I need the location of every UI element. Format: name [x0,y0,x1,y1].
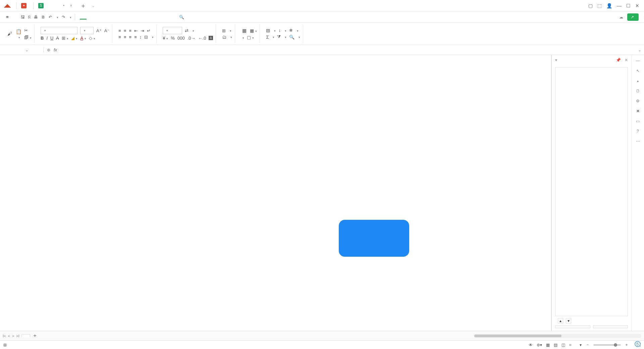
name-box[interactable]: ⌄ [0,48,44,52]
avatar-icon[interactable]: 👤 [606,3,612,8]
sum-icon[interactable]: Σ [266,35,269,40]
sheet-last-icon[interactable]: >I [16,334,19,338]
align-top-icon[interactable]: ≡ [118,28,121,33]
decrease-font-icon[interactable]: A⁻ [104,28,110,33]
highlight-icon[interactable]: ◢ [71,36,77,41]
tab-templates[interactable]: ✦ [16,0,33,11]
tab-home[interactable] [80,15,87,19]
expand-formula-icon[interactable]: ⌄ [635,48,644,52]
collapse-side-icon[interactable]: — [636,58,640,63]
dec-inc-icon[interactable]: .0→ [187,36,196,41]
close-pane-icon[interactable]: ✕ [625,58,628,62]
filter-label[interactable] [283,35,286,39]
undo-dropdown[interactable] [55,15,58,19]
percent-icon[interactable]: % [171,36,175,41]
sort-label[interactable] [283,29,286,33]
cond-format-button[interactable]: ▦ [241,28,247,34]
thousands-icon[interactable]: 000 [177,36,185,41]
bold-icon[interactable]: B [41,36,44,41]
tab-smart-toolbox[interactable] [167,15,174,19]
record-icon[interactable]: ⊞ [3,343,7,347]
strike-icon[interactable]: A̶ [56,36,59,41]
print-icon[interactable]: 🖶 [34,15,38,19]
fill-label[interactable] [273,29,276,33]
style-tool-icon[interactable]: ⬥ [637,79,639,83]
copy-icon[interactable]: 🗐 [24,35,32,40]
find-label[interactable] [297,35,300,39]
font-color-icon[interactable]: A [80,36,86,41]
align-bottom-icon[interactable]: ≡ [129,28,132,33]
hide-all-button[interactable] [593,326,628,328]
cloud-icon[interactable]: ☁ [619,15,623,19]
convert-icon[interactable]: ⇄ [185,28,189,33]
clear-format-icon[interactable]: ◇ [89,36,95,41]
undo-icon[interactable]: ↶ [49,15,52,19]
chevron-down-icon[interactable]: ⌄ [25,48,29,52]
redo-icon[interactable]: ↷ [62,15,65,19]
sheet-first-icon[interactable]: I< [3,334,6,338]
freeze-label[interactable] [296,29,299,33]
formula-bar[interactable]: ⊕ fx [44,47,635,52]
tab-member[interactable] [150,15,156,19]
font-name-select[interactable] [41,27,77,34]
find-icon[interactable]: 🔍 [289,35,294,40]
align-right-icon[interactable]: ≡ [129,35,132,40]
search-icon[interactable]: 🔍 [179,15,184,19]
save-icon[interactable]: 🖫 [21,15,25,19]
rowcol-icon[interactable]: ⊞ [222,28,226,33]
target-icon[interactable]: ⊚▾ [537,343,542,347]
underline-icon[interactable]: U [50,36,53,41]
tab-tools[interactable] [141,15,148,19]
eye-icon[interactable]: 👁 [529,343,533,347]
rowcol-label[interactable] [228,29,231,33]
sheet-tab-1[interactable] [21,334,30,337]
sum-label[interactable] [271,35,274,39]
add-sheet-icon[interactable]: ＋ [32,332,38,339]
settings-tool-icon[interactable]: ✖ [636,109,640,113]
worksheet-icon[interactable]: 🗂 [222,35,226,40]
filter-icon[interactable]: ⧩ [277,34,281,40]
more-tool-icon[interactable]: ⋯ [636,139,640,144]
side-object-list[interactable] [555,67,628,316]
sheet-prev-icon[interactable]: < [8,334,10,338]
normal-view-icon[interactable]: ▦ [546,343,550,347]
indent-dec-icon[interactable]: ⇤ [134,28,138,33]
fill-icon[interactable]: ▨ [266,28,270,33]
show-all-button[interactable] [555,326,590,328]
border-icon[interactable]: ⊞ [62,36,68,41]
select-tool-icon[interactable]: ↖ [636,68,640,73]
convert-label[interactable] [191,29,194,33]
custom-view-icon[interactable]: ◫ [561,343,565,347]
align-left-icon[interactable]: ≡ [118,35,121,40]
increase-font-icon[interactable]: A⁺ [96,28,102,33]
zoom-out-icon[interactable]: － [586,342,590,348]
currency-icon[interactable]: ¥ [163,36,168,41]
number-format-select[interactable] [163,27,182,34]
sheet-next-icon[interactable]: > [12,334,14,338]
merge-label[interactable] [151,35,154,39]
tab-formula[interactable] [106,15,113,19]
justify-icon[interactable]: ≡ [134,35,137,40]
share-button[interactable]: ↗ [627,13,639,21]
doc-tool-icon[interactable]: 🗋 [636,89,640,93]
fx-icon[interactable]: fx [54,47,57,52]
format-painter-button[interactable]: 🖌 [7,31,13,37]
dec-dec-icon[interactable]: ←.0 [198,36,206,41]
down-icon[interactable]: ▾ [566,318,571,323]
tab-efficiency[interactable] [158,15,165,19]
cube-icon[interactable]: ⬚ [597,3,602,8]
link-icon[interactable]: ⎘ [28,15,31,19]
align-middle-icon[interactable]: ≡ [124,28,126,33]
new-tab-button[interactable]: ＋ [77,2,90,10]
help-tool-icon[interactable]: ? [637,129,639,134]
maximize-icon[interactable]: ☐ [626,3,631,8]
type-convert-icon[interactable]: 🅰 [209,36,213,41]
align-center-icon[interactable]: ≡ [124,35,126,40]
zoom-dropdown-icon[interactable]: ▾ [580,343,582,347]
tab-view[interactable] [132,15,139,19]
table-style2-icon[interactable]: ▦ [250,28,257,33]
tab-menu-icon[interactable]: ⌄ [92,3,95,8]
worksheet-label[interactable] [229,35,232,39]
close-icon[interactable]: × [70,3,72,8]
orientation-icon[interactable]: ↕ [140,35,142,40]
